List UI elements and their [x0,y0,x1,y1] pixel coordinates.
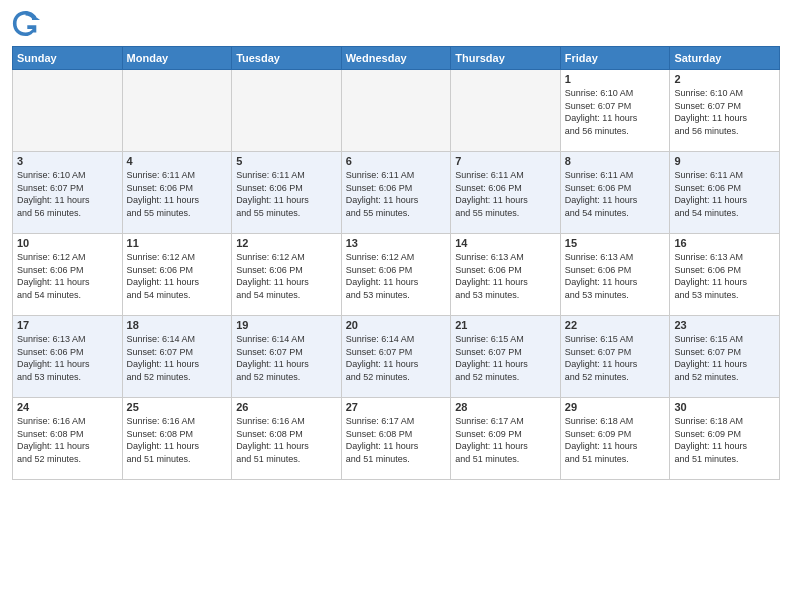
day-number: 9 [674,155,775,167]
header [12,10,780,38]
calendar-cell: 1Sunrise: 6:10 AMSunset: 6:07 PMDaylight… [560,70,670,152]
day-number: 14 [455,237,556,249]
day-number: 30 [674,401,775,413]
calendar-cell: 8Sunrise: 6:11 AMSunset: 6:06 PMDaylight… [560,152,670,234]
day-info: Sunrise: 6:18 AMSunset: 6:09 PMDaylight:… [674,415,775,465]
calendar-cell: 17Sunrise: 6:13 AMSunset: 6:06 PMDayligh… [13,316,123,398]
day-info: Sunrise: 6:14 AMSunset: 6:07 PMDaylight:… [346,333,447,383]
calendar-cell: 25Sunrise: 6:16 AMSunset: 6:08 PMDayligh… [122,398,232,480]
day-info: Sunrise: 6:17 AMSunset: 6:08 PMDaylight:… [346,415,447,465]
calendar-cell: 26Sunrise: 6:16 AMSunset: 6:08 PMDayligh… [232,398,342,480]
day-info: Sunrise: 6:13 AMSunset: 6:06 PMDaylight:… [17,333,118,383]
calendar-cell: 7Sunrise: 6:11 AMSunset: 6:06 PMDaylight… [451,152,561,234]
day-number: 2 [674,73,775,85]
day-number: 3 [17,155,118,167]
day-number: 7 [455,155,556,167]
day-info: Sunrise: 6:13 AMSunset: 6:06 PMDaylight:… [455,251,556,301]
weekday-header: Sunday [13,47,123,70]
day-number: 26 [236,401,337,413]
day-number: 17 [17,319,118,331]
calendar-cell: 30Sunrise: 6:18 AMSunset: 6:09 PMDayligh… [670,398,780,480]
day-number: 18 [127,319,228,331]
day-info: Sunrise: 6:16 AMSunset: 6:08 PMDaylight:… [127,415,228,465]
day-number: 28 [455,401,556,413]
day-info: Sunrise: 6:12 AMSunset: 6:06 PMDaylight:… [346,251,447,301]
day-info: Sunrise: 6:18 AMSunset: 6:09 PMDaylight:… [565,415,666,465]
day-number: 23 [674,319,775,331]
calendar-cell: 20Sunrise: 6:14 AMSunset: 6:07 PMDayligh… [341,316,451,398]
day-info: Sunrise: 6:11 AMSunset: 6:06 PMDaylight:… [236,169,337,219]
calendar-cell: 2Sunrise: 6:10 AMSunset: 6:07 PMDaylight… [670,70,780,152]
day-number: 15 [565,237,666,249]
day-info: Sunrise: 6:15 AMSunset: 6:07 PMDaylight:… [455,333,556,383]
calendar-cell: 4Sunrise: 6:11 AMSunset: 6:06 PMDaylight… [122,152,232,234]
day-info: Sunrise: 6:14 AMSunset: 6:07 PMDaylight:… [127,333,228,383]
calendar-cell: 28Sunrise: 6:17 AMSunset: 6:09 PMDayligh… [451,398,561,480]
calendar-cell: 14Sunrise: 6:13 AMSunset: 6:06 PMDayligh… [451,234,561,316]
day-number: 16 [674,237,775,249]
calendar-cell [341,70,451,152]
calendar-cell: 16Sunrise: 6:13 AMSunset: 6:06 PMDayligh… [670,234,780,316]
weekday-header: Monday [122,47,232,70]
weekday-header: Tuesday [232,47,342,70]
day-number: 8 [565,155,666,167]
day-number: 24 [17,401,118,413]
calendar-cell: 24Sunrise: 6:16 AMSunset: 6:08 PMDayligh… [13,398,123,480]
day-number: 13 [346,237,447,249]
page: SundayMondayTuesdayWednesdayThursdayFrid… [0,0,792,612]
day-info: Sunrise: 6:13 AMSunset: 6:06 PMDaylight:… [565,251,666,301]
calendar-cell: 6Sunrise: 6:11 AMSunset: 6:06 PMDaylight… [341,152,451,234]
day-info: Sunrise: 6:12 AMSunset: 6:06 PMDaylight:… [17,251,118,301]
day-info: Sunrise: 6:17 AMSunset: 6:09 PMDaylight:… [455,415,556,465]
calendar-cell: 22Sunrise: 6:15 AMSunset: 6:07 PMDayligh… [560,316,670,398]
calendar-cell [232,70,342,152]
day-info: Sunrise: 6:11 AMSunset: 6:06 PMDaylight:… [455,169,556,219]
day-info: Sunrise: 6:15 AMSunset: 6:07 PMDaylight:… [674,333,775,383]
day-info: Sunrise: 6:10 AMSunset: 6:07 PMDaylight:… [674,87,775,137]
weekday-header: Saturday [670,47,780,70]
day-info: Sunrise: 6:16 AMSunset: 6:08 PMDaylight:… [236,415,337,465]
day-number: 20 [346,319,447,331]
day-number: 11 [127,237,228,249]
day-number: 22 [565,319,666,331]
day-number: 27 [346,401,447,413]
day-number: 6 [346,155,447,167]
day-info: Sunrise: 6:13 AMSunset: 6:06 PMDaylight:… [674,251,775,301]
day-info: Sunrise: 6:15 AMSunset: 6:07 PMDaylight:… [565,333,666,383]
calendar-cell [13,70,123,152]
calendar-cell: 5Sunrise: 6:11 AMSunset: 6:06 PMDaylight… [232,152,342,234]
calendar-cell: 27Sunrise: 6:17 AMSunset: 6:08 PMDayligh… [341,398,451,480]
calendar-cell: 19Sunrise: 6:14 AMSunset: 6:07 PMDayligh… [232,316,342,398]
weekday-header: Wednesday [341,47,451,70]
day-info: Sunrise: 6:14 AMSunset: 6:07 PMDaylight:… [236,333,337,383]
calendar-cell: 11Sunrise: 6:12 AMSunset: 6:06 PMDayligh… [122,234,232,316]
day-info: Sunrise: 6:16 AMSunset: 6:08 PMDaylight:… [17,415,118,465]
day-number: 21 [455,319,556,331]
calendar-cell: 29Sunrise: 6:18 AMSunset: 6:09 PMDayligh… [560,398,670,480]
calendar-cell: 3Sunrise: 6:10 AMSunset: 6:07 PMDaylight… [13,152,123,234]
day-info: Sunrise: 6:10 AMSunset: 6:07 PMDaylight:… [565,87,666,137]
day-info: Sunrise: 6:11 AMSunset: 6:06 PMDaylight:… [674,169,775,219]
day-number: 4 [127,155,228,167]
day-number: 5 [236,155,337,167]
day-number: 10 [17,237,118,249]
calendar-cell: 18Sunrise: 6:14 AMSunset: 6:07 PMDayligh… [122,316,232,398]
day-number: 12 [236,237,337,249]
calendar-cell: 10Sunrise: 6:12 AMSunset: 6:06 PMDayligh… [13,234,123,316]
weekday-header: Friday [560,47,670,70]
day-info: Sunrise: 6:12 AMSunset: 6:06 PMDaylight:… [236,251,337,301]
calendar-cell: 12Sunrise: 6:12 AMSunset: 6:06 PMDayligh… [232,234,342,316]
day-info: Sunrise: 6:11 AMSunset: 6:06 PMDaylight:… [565,169,666,219]
day-info: Sunrise: 6:11 AMSunset: 6:06 PMDaylight:… [127,169,228,219]
day-number: 25 [127,401,228,413]
day-number: 29 [565,401,666,413]
day-number: 1 [565,73,666,85]
calendar-cell: 15Sunrise: 6:13 AMSunset: 6:06 PMDayligh… [560,234,670,316]
calendar-cell [451,70,561,152]
calendar-cell [122,70,232,152]
day-info: Sunrise: 6:10 AMSunset: 6:07 PMDaylight:… [17,169,118,219]
day-number: 19 [236,319,337,331]
weekday-header: Thursday [451,47,561,70]
calendar-cell: 9Sunrise: 6:11 AMSunset: 6:06 PMDaylight… [670,152,780,234]
calendar-cell: 13Sunrise: 6:12 AMSunset: 6:06 PMDayligh… [341,234,451,316]
